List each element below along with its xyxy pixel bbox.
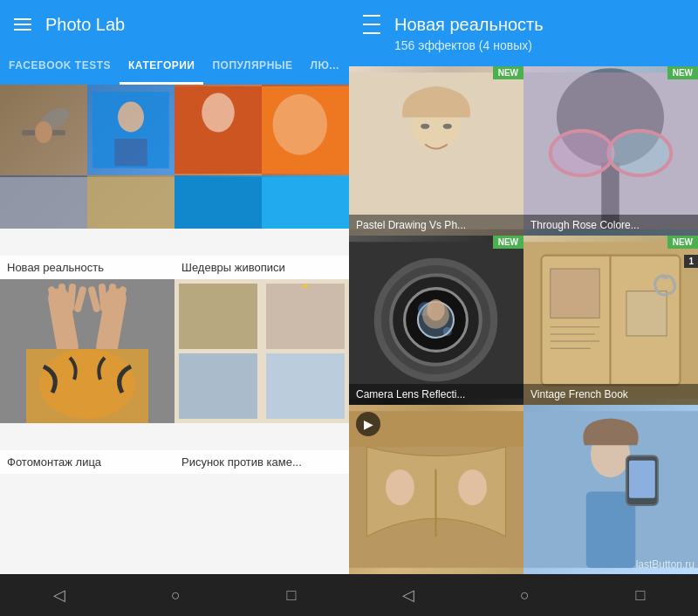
- video-badge: ▶: [356, 412, 380, 436]
- nav-bar-right: ◁ ○ □: [349, 574, 698, 616]
- category-foto[interactable]: Фотомонтаж лица: [0, 279, 174, 474]
- effect-phone[interactable]: [524, 405, 698, 574]
- category-risunok-label: Рисунок против каме...: [174, 450, 349, 474]
- left-tabs: FACEBOOK TESTS КАТЕГОРИИ ПОПУЛЯРНЫЕ ЛЮ..…: [0, 49, 349, 85]
- tab-facebook[interactable]: FACEBOOK TESTS: [0, 49, 120, 85]
- new-badge-rose: NEW: [667, 66, 698, 79]
- effect-vintage[interactable]: NEW 1 Vintage French Book: [524, 236, 698, 405]
- left-header: Photo Lab: [0, 0, 349, 49]
- svg-point-16: [202, 93, 235, 133]
- right-title: Новая реальность: [394, 15, 544, 35]
- svg-rect-7: [114, 139, 147, 166]
- svg-rect-54: [349, 72, 524, 229]
- svg-point-89: [458, 469, 487, 505]
- effect-camera-label: Camera Lens Reflecti...: [349, 384, 524, 405]
- svg-rect-76: [551, 269, 599, 318]
- svg-point-3: [35, 121, 52, 143]
- category-shedevry-label: Шедевры живописи: [174, 256, 349, 279]
- svg-rect-42: [266, 284, 345, 349]
- svg-rect-78: [626, 291, 667, 336]
- right-recents-button[interactable]: □: [635, 586, 645, 605]
- right-panel: Новая реальность 156 эффектов (4 новых): [349, 0, 698, 616]
- svg-point-19: [273, 94, 328, 155]
- svg-point-70: [443, 327, 452, 336]
- category-risunok[interactable]: Рисунок против каме...: [174, 279, 349, 474]
- svg-point-87: [386, 469, 414, 505]
- effect-book[interactable]: ▶: [349, 405, 524, 574]
- tab-more[interactable]: ЛЮ...: [302, 49, 348, 85]
- nav-bar-left: ◁ ○ □: [0, 574, 349, 616]
- app-title: Photo Lab: [45, 15, 125, 35]
- effect-rose[interactable]: NEW Through Rose Colore...: [524, 66, 698, 236]
- effect-pastel[interactable]: NEW Pastel Drawing Vs Ph...: [349, 66, 524, 236]
- category-novaya-label: Новая реальность: [0, 256, 174, 279]
- effect-rose-label: Through Rose Colore...: [524, 215, 698, 236]
- recents-button[interactable]: □: [286, 586, 296, 605]
- svg-point-63: [610, 133, 669, 174]
- svg-rect-21: [174, 177, 262, 229]
- svg-rect-11: [87, 177, 174, 229]
- effect-pastel-label: Pastel Drawing Vs Ph...: [349, 215, 524, 236]
- right-subtitle: 156 эффектов (4 новых): [363, 38, 684, 52]
- new-badge-vintage: NEW: [667, 236, 698, 249]
- effects-grid: NEW Pastel Drawing Vs Ph...: [349, 66, 698, 574]
- svg-point-72: [427, 299, 445, 321]
- svg-rect-97: [524, 411, 698, 567]
- category-foto-label: Фотомонтаж лица: [0, 450, 174, 474]
- home-button[interactable]: ○: [171, 586, 181, 605]
- num-badge-vintage: 1: [684, 255, 698, 268]
- tab-popular[interactable]: ПОПУЛЯРНЫЕ: [203, 49, 301, 85]
- right-menu-icon[interactable]: [363, 15, 380, 34]
- category-shedevry[interactable]: Шедевры живописи: [174, 85, 349, 279]
- tab-categories[interactable]: КАТЕГОРИИ: [120, 49, 203, 85]
- effect-vintage-label: Vintage French Book: [524, 384, 698, 405]
- effect-camera[interactable]: NEW Camera Lens Reflecti...: [349, 236, 524, 405]
- svg-point-6: [118, 102, 144, 133]
- right-back-button[interactable]: ◁: [402, 585, 414, 605]
- new-badge-pastel: NEW: [493, 66, 524, 79]
- category-grid: Новая реальность: [0, 85, 349, 574]
- back-button[interactable]: ◁: [53, 585, 65, 605]
- svg-rect-40: [179, 284, 257, 349]
- svg-rect-23: [262, 177, 349, 229]
- right-header: Новая реальность 156 эффектов (4 новых): [349, 0, 698, 66]
- svg-point-62: [552, 133, 612, 174]
- new-badge-camera: NEW: [493, 236, 524, 249]
- left-panel: Photo Lab FACEBOOK TESTS КАТЕГОРИИ ПОПУЛ…: [0, 0, 349, 616]
- menu-icon[interactable]: [14, 18, 31, 31]
- right-home-button[interactable]: ○: [520, 586, 530, 605]
- svg-rect-45: [179, 353, 257, 419]
- svg-rect-8: [0, 177, 87, 229]
- category-novaya[interactable]: Новая реальность: [0, 85, 174, 279]
- svg-rect-46: [266, 353, 345, 419]
